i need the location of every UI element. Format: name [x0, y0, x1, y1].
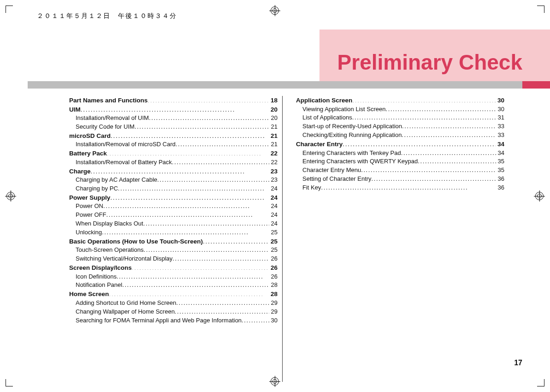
toc-leader-dots [401, 149, 496, 155]
toc-sub-entry: Adding Shortcut to Grid Home Screen29 [69, 299, 278, 308]
toc-column-divider [282, 96, 283, 382]
toc-leader-dots [107, 149, 269, 156]
toc-leader-dots [385, 105, 496, 111]
toc-entry-page: 29 [269, 299, 278, 308]
toc-sub-entry: Searching for FOMA Terminal Appli and We… [69, 316, 278, 325]
toc-entry-page: 35 [496, 157, 504, 166]
toc-entry-title: List of Applications [302, 113, 352, 122]
registration-target-icon [6, 192, 15, 200]
toc-section-entry: Power Supply24 [69, 193, 278, 202]
toc-leader-dots [175, 308, 269, 314]
toc-entry-title: Entering Characters with Tenkey Pad [302, 149, 401, 158]
toc-entry-page: 24 [269, 193, 278, 202]
crop-mark-icon [6, 377, 15, 386]
toc-sub-entry: Charging by PC24 [69, 184, 278, 193]
toc-entry-title: Power Supply [69, 193, 110, 202]
toc-entry-title: Charge [69, 167, 91, 176]
toc-leader-dots [135, 123, 269, 129]
toc-leader-dots [143, 220, 269, 226]
header-bar [28, 81, 550, 89]
toc-entry-page: 28 [269, 290, 278, 299]
toc-entry-title: Icon Definitions [76, 273, 117, 281]
document-page: ２０１１年５月１２日 午後１０時３４分 Preliminary Check Pa… [0, 0, 550, 392]
toc-entry-page: 34 [496, 149, 504, 158]
toc-sub-entry: Unlocking25 [69, 228, 278, 237]
toc-entry-page: 33 [496, 131, 504, 140]
toc-leader-dots [117, 273, 269, 279]
toc-entry-title: Start-up of Recently-Used Application [302, 122, 402, 131]
toc-leader-dots [157, 176, 269, 182]
toc-entry-page: 34 [496, 140, 504, 149]
toc-entry-page: 20 [269, 105, 278, 114]
toc-sub-entry: Touch-Screen Operations25 [69, 246, 278, 255]
toc-entry-title: Home Screen [69, 290, 109, 299]
toc-sub-entry: List of Applications31 [296, 113, 504, 122]
registration-target-icon [271, 377, 279, 386]
toc-sub-entry: Changing Wallpaper of Home Screen29 [69, 308, 278, 316]
crop-mark-icon [535, 6, 544, 15]
toc-column-left: Part Names and Functions18UIM20Installat… [69, 96, 287, 325]
toc-section-entry: UIM20 [69, 105, 278, 114]
toc-entry-page: 20 [269, 114, 278, 123]
toc-leader-dots [110, 193, 269, 200]
toc-sub-entry: Installation/Removal of Battery Pack22 [69, 158, 278, 167]
toc-leader-dots [418, 157, 496, 163]
print-datestamp: ２０１１年５月１２日 午後１０時３４分 [37, 12, 177, 20]
toc-sub-entry: Entering Characters with Tenkey Pad34 [296, 149, 504, 158]
toc-sub-entry: Fit Key36 [296, 184, 504, 192]
table-of-contents: Part Names and Functions18UIM20Installat… [69, 96, 522, 325]
toc-entry-page: 24 [269, 184, 278, 193]
toc-section-entry: Charge23 [69, 167, 278, 176]
toc-entry-page: 22 [269, 149, 278, 158]
toc-leader-dots [111, 131, 269, 138]
toc-leader-dots [106, 211, 269, 217]
toc-leader-dots [122, 281, 269, 287]
toc-entry-page: 36 [496, 175, 504, 184]
toc-entry-page: 25 [269, 228, 278, 237]
toc-entry-title: UIM [69, 105, 81, 114]
toc-sub-entry: Notification Panel28 [69, 281, 278, 290]
toc-entry-page: 18 [269, 96, 278, 105]
page-number: 17 [514, 359, 522, 367]
toc-section-entry: Battery Pack22 [69, 149, 278, 158]
toc-entry-title: Screen Display/Icons [69, 263, 132, 273]
toc-sub-entry: Checking/Exiting Running Application33 [296, 131, 504, 140]
toc-entry-title: Setting of Character Entry [302, 175, 372, 184]
toc-column-right: Application Screen30Viewing Application … [287, 96, 504, 325]
toc-entry-title: Switching Vertical/Horizontal Display [76, 255, 172, 263]
toc-entry-title: Power OFF [76, 211, 106, 220]
toc-leader-dots [361, 166, 496, 172]
toc-entry-page: 26 [269, 255, 278, 263]
toc-entry-page: 31 [496, 113, 504, 122]
toc-entry-title: Checking/Exiting Running Application [302, 131, 402, 140]
toc-sub-entry: Switching Vertical/Horizontal Display26 [69, 255, 278, 263]
toc-entry-title: Unlocking [76, 228, 102, 237]
toc-leader-dots [118, 184, 269, 190]
toc-sub-entry: Character Entry Menu35 [296, 166, 504, 175]
toc-entry-title: Adding Shortcut to Grid Home Screen [76, 299, 176, 308]
toc-sub-entry: Icon Definitions26 [69, 273, 278, 281]
toc-leader-dots [172, 158, 269, 164]
toc-leader-dots [103, 202, 269, 208]
toc-leader-dots [372, 175, 496, 181]
toc-sub-entry: Charging by AC Adapter Cable23 [69, 176, 278, 184]
toc-entry-page: 29 [269, 308, 278, 316]
toc-section-entry: Application Screen30 [296, 96, 504, 105]
toc-leader-dots [102, 228, 269, 234]
toc-sub-entry: Power OFF24 [69, 211, 278, 220]
registration-target-icon [535, 192, 544, 200]
toc-entry-page: 26 [269, 263, 278, 273]
toc-entry-page: 35 [496, 166, 504, 175]
toc-sub-entry: Installation/Removal of UIM20 [69, 114, 278, 123]
registration-target-icon [271, 6, 279, 15]
toc-leader-dots [352, 96, 496, 103]
toc-entry-title: Fit Key [302, 184, 321, 192]
toc-sub-entry: Setting of Character Entry36 [296, 175, 504, 184]
toc-entry-title: Touch-Screen Operations [76, 246, 143, 255]
crop-mark-icon [535, 377, 544, 386]
toc-entry-title: When Display Blacks Out [76, 220, 143, 228]
toc-entry-title: Searching for FOMA Terminal Appli and We… [76, 316, 242, 325]
toc-leader-dots [91, 167, 269, 173]
crop-mark-icon [6, 6, 15, 15]
toc-entry-page: 24 [269, 211, 278, 220]
